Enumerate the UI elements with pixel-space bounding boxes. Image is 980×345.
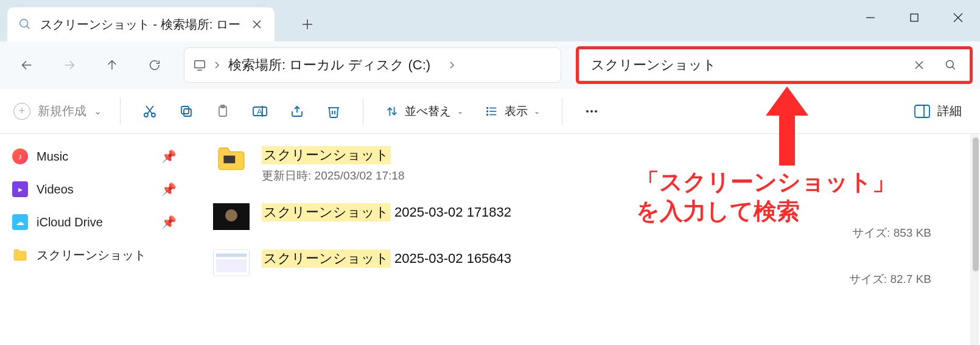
svg-rect-13 xyxy=(195,61,205,68)
search-wrap: スクリーンショット xyxy=(576,46,973,84)
result-title: スクリーンショット 2025-03-02 171832 xyxy=(262,203,511,221)
svg-point-40 xyxy=(487,114,488,115)
svg-rect-24 xyxy=(181,106,189,114)
separator xyxy=(120,98,121,125)
sidebar-item-music[interactable]: ♪ Music 📌 xyxy=(5,140,184,173)
svg-point-48 xyxy=(225,209,237,221)
share-button[interactable] xyxy=(279,97,315,126)
new-tab-button[interactable] xyxy=(293,10,322,39)
sidebar-item-label: スクリーンショット xyxy=(37,247,146,263)
maximize-button[interactable] xyxy=(892,0,936,35)
svg-point-41 xyxy=(586,110,589,113)
address-bar[interactable]: 検索場所: ローカル ディスク (C:) xyxy=(184,47,561,83)
svg-rect-7 xyxy=(911,14,918,21)
svg-point-0 xyxy=(20,19,28,27)
sort-label: 並べ替え xyxy=(405,103,451,119)
separator xyxy=(562,98,562,125)
search-button[interactable] xyxy=(938,52,964,78)
new-button[interactable]: + 新規作成 ⌄ xyxy=(10,103,109,120)
chevron-down-icon: ⌄ xyxy=(534,107,540,116)
svg-line-1 xyxy=(27,26,30,29)
more-button[interactable] xyxy=(573,97,610,126)
body: ♪ Music 📌 ▸ Videos 📌 ☁ iCloud Drive 📌 スク… xyxy=(0,134,980,345)
paste-button[interactable] xyxy=(205,97,241,126)
copy-button[interactable] xyxy=(168,97,205,126)
sidebar-item-label: Music xyxy=(37,150,68,164)
delete-button[interactable] xyxy=(315,97,352,126)
view-button[interactable]: 表示 ⌄ xyxy=(474,97,551,126)
result-item[interactable]: スクリーンショット 2025-03-02 171832 サイズ: 853 KB xyxy=(213,197,968,243)
toolbar: + 新規作成 ⌄ A 並べ替え ⌄ 表示 ⌄ 詳細 xyxy=(0,89,980,134)
result-item[interactable]: スクリーンショット 2025-03-02 165643 サイズ: 82.7 KB xyxy=(213,243,968,290)
result-size: サイズ: 853 KB xyxy=(852,225,931,241)
result-item[interactable]: スクリーンショット 更新日時: 2025/03/02 17:18 xyxy=(213,140,968,197)
svg-line-22 xyxy=(146,106,152,114)
pc-icon xyxy=(193,58,206,72)
close-button[interactable] xyxy=(936,0,980,35)
video-icon: ▸ xyxy=(12,181,28,197)
svg-point-38 xyxy=(487,107,488,108)
search-input[interactable]: スクリーンショット xyxy=(591,56,900,74)
minimize-button[interactable] xyxy=(849,0,892,35)
sidebar-item-icloud[interactable]: ☁ iCloud Drive 📌 xyxy=(5,206,184,239)
back-button[interactable] xyxy=(7,48,46,82)
nav-row: 検索場所: ローカル ディスク (C:) スクリーンショット xyxy=(0,41,980,89)
sidebar-item-videos[interactable]: ▸ Videos 📌 xyxy=(5,173,184,206)
result-title: スクリーンショット xyxy=(262,146,404,164)
svg-line-18 xyxy=(953,67,955,69)
window-controls xyxy=(849,0,980,35)
svg-rect-51 xyxy=(216,259,247,272)
chevron-right-icon[interactable] xyxy=(449,61,456,69)
pin-icon[interactable]: 📌 xyxy=(161,149,177,164)
svg-rect-44 xyxy=(915,105,929,117)
pin-icon[interactable]: 📌 xyxy=(161,215,177,229)
tab-title: スクリーンショット - 検索場所: ロー xyxy=(40,16,240,33)
sort-button[interactable]: 並べ替え ⌄ xyxy=(374,97,474,126)
rename-button[interactable]: A xyxy=(241,97,279,126)
chevron-right-icon[interactable] xyxy=(214,61,221,69)
search-box[interactable]: スクリーンショット xyxy=(576,46,973,84)
details-label: 詳細 xyxy=(937,103,962,119)
plus-icon: + xyxy=(13,103,30,120)
forward-button[interactable] xyxy=(50,48,89,82)
svg-rect-50 xyxy=(216,254,247,257)
sidebar: ♪ Music 📌 ▸ Videos 📌 ☁ iCloud Drive 📌 スク… xyxy=(0,134,189,345)
sidebar-item-screenshots[interactable]: スクリーンショット xyxy=(5,239,184,271)
address-text: 検索場所: ローカル ディスク (C:) xyxy=(228,56,430,74)
up-button[interactable] xyxy=(93,48,131,82)
svg-point-42 xyxy=(590,110,593,113)
result-title: スクリーンショット 2025-03-02 165643 xyxy=(262,249,511,268)
result-size: サイズ: 82.7 KB xyxy=(849,271,931,287)
folder-icon xyxy=(213,146,250,173)
sidebar-item-label: iCloud Drive xyxy=(37,215,103,229)
active-tab[interactable]: スクリーンショット - 検索場所: ロー xyxy=(7,7,275,41)
search-icon xyxy=(18,18,32,31)
result-subtitle: 更新日時: 2025/03/02 17:18 xyxy=(262,168,404,184)
svg-point-17 xyxy=(947,61,954,68)
pin-icon[interactable]: 📌 xyxy=(161,182,177,197)
cut-button[interactable] xyxy=(131,97,168,126)
sidebar-item-label: Videos xyxy=(37,183,74,197)
separator xyxy=(363,98,363,125)
image-thumbnail xyxy=(213,203,250,230)
cloud-icon: ☁ xyxy=(12,214,28,230)
view-label: 表示 xyxy=(505,103,528,119)
chevron-down-icon: ⌄ xyxy=(94,105,102,117)
title-bar: スクリーンショット - 検索場所: ロー xyxy=(0,0,980,41)
results-list: スクリーンショット 更新日時: 2025/03/02 17:18 スクリーンショ… xyxy=(189,134,980,345)
svg-text:A: A xyxy=(257,107,262,116)
music-icon: ♪ xyxy=(12,148,28,164)
chevron-down-icon: ⌄ xyxy=(457,107,463,116)
clear-search-button[interactable] xyxy=(906,52,932,78)
folder-icon xyxy=(12,247,28,263)
svg-point-43 xyxy=(595,110,597,113)
svg-rect-46 xyxy=(223,156,235,164)
svg-line-21 xyxy=(147,106,153,114)
tab-close-button[interactable] xyxy=(249,16,265,32)
refresh-button[interactable] xyxy=(135,48,174,82)
details-pane-button[interactable]: 詳細 xyxy=(906,103,970,119)
svg-rect-23 xyxy=(184,109,191,116)
svg-point-39 xyxy=(487,111,488,112)
new-label: 新規作成 xyxy=(38,103,86,119)
scrollbar-thumb[interactable] xyxy=(973,138,979,271)
